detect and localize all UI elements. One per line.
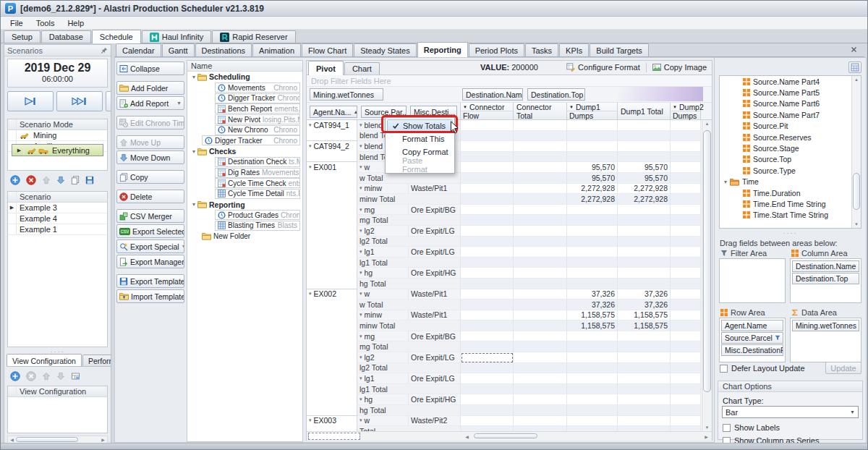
pivot-agent-cell[interactable] (307, 152, 357, 163)
pivot-cell-dump1-total[interactable]: 37,326 (618, 289, 671, 300)
pivot-cell-connector-total[interactable] (514, 320, 567, 331)
menu-item-tools[interactable]: Tools (30, 19, 61, 27)
pivot-vscrollbar[interactable]: ▲ ▼ (702, 120, 712, 431)
area-field-pill-misc-destinationrule[interactable]: Misc.DestinationRule (721, 344, 783, 356)
bottom-tab-performance-p[interactable]: Performance P (82, 355, 111, 366)
pivot-cell-dump2[interactable] (671, 131, 701, 142)
filter-drop-zone[interactable]: Drop Filter Fields Here (307, 75, 712, 87)
pivot-cell-dump1-total[interactable]: 37,326 (618, 300, 671, 310)
pivot-cell-dump2[interactable] (671, 341, 701, 352)
pivot-agent-cell[interactable] (307, 300, 357, 310)
pivot-agent-cell[interactable] (307, 268, 357, 279)
pivot-cell-flow[interactable] (461, 384, 514, 395)
playback-button-skip-two[interactable] (56, 91, 103, 111)
add-report-button[interactable]: Add Report▼ (116, 96, 184, 110)
pivot-misc-cell[interactable]: Ore Expit/LG (409, 247, 461, 258)
pivot-cell-flow[interactable] (461, 205, 514, 216)
copy-button[interactable]: Copy (116, 170, 184, 184)
pivot-agent-cell[interactable] (307, 258, 357, 268)
pivot-cell-dump2[interactable] (671, 289, 701, 300)
pivot-cell-flow[interactable] (461, 120, 514, 131)
tree-item-product-grades[interactable]: Product GradesChrono (187, 210, 302, 221)
pivot-cell-dump1[interactable] (567, 226, 618, 237)
sub-tab-kpis[interactable]: KPIs (559, 43, 589, 56)
pivot-agent-cell[interactable] (307, 247, 357, 258)
scroll-thumb[interactable] (474, 433, 537, 438)
pivot-cell-flow[interactable] (461, 426, 514, 431)
export-manager-button[interactable]: Export Manager▼ (116, 255, 184, 268)
pivot-cell-flow[interactable] (461, 300, 514, 310)
pivot-source-cell[interactable]: ▾lg1 (357, 373, 409, 384)
pivot-cell-dump2[interactable] (671, 405, 701, 416)
area-field-pill-destination-top[interactable]: Destination.Top (792, 273, 859, 284)
pivot-cell-dump1-total[interactable] (618, 120, 671, 131)
import-template-button[interactable]: Import Template (116, 289, 184, 303)
sub-tab-period-plots[interactable]: Period Plots (469, 43, 524, 56)
pivot-cell-dump1-total[interactable] (618, 363, 671, 374)
pivot-agent-cell[interactable] (307, 341, 357, 352)
pivot-cell-dump1-total[interactable]: 95,570 (618, 162, 671, 173)
field-list-item-source-pit[interactable]: Source.Pit (720, 121, 861, 132)
pivot-agent-cell[interactable]: ▾EX003 (307, 416, 357, 427)
pivot-cell-dump1[interactable] (567, 373, 618, 384)
pivot-cell-dump1-total[interactable] (618, 331, 671, 342)
pivot-cell-dump2[interactable] (671, 226, 701, 237)
pivot-agent-cell[interactable] (307, 279, 357, 289)
pivot-cell-dump1[interactable] (567, 341, 618, 352)
pivot-cell-dump1-total[interactable] (618, 405, 671, 416)
pivot-cell-dump1[interactable] (567, 416, 618, 427)
tree-leaf-box[interactable]: MovementsChrono (215, 82, 300, 93)
scroll-down-icon[interactable]: ▼ (702, 425, 712, 430)
pivot-agent-cell[interactable] (307, 426, 357, 431)
toolbar-move-down-gray-icon[interactable] (56, 372, 65, 381)
pivot-cell-dump2[interactable] (671, 141, 701, 152)
pivot-cell-dump1-total[interactable] (618, 279, 671, 289)
pivot-source-cell[interactable]: ▾minw (357, 184, 409, 195)
row-field-pill-agent-na[interactable]: Agent.Na...▲ (310, 106, 357, 118)
pivot-cell-dump1-total[interactable] (618, 247, 671, 258)
chevron-down-icon[interactable]: ▼ (673, 105, 677, 109)
scenario-row[interactable]: Example 4 (8, 213, 107, 224)
pivot-cell-dump1-total[interactable] (618, 258, 671, 268)
tree-leaf-box[interactable]: Digger TrackerChrono (202, 135, 300, 145)
pivot-cell-flow[interactable] (461, 279, 514, 289)
toolbar-circle-delete-icon[interactable] (26, 175, 36, 185)
pivot-hscrollbar[interactable]: ◀ ▶ (307, 431, 712, 441)
data-field-pill[interactable]: Mining.wetTonnes (310, 88, 383, 101)
field-chooser-button[interactable] (848, 61, 861, 73)
collapse-arrow-icon[interactable]: ▾ (309, 122, 312, 128)
pivot-cell-flow[interactable] (461, 394, 514, 405)
area-field-pill-mining-wettonnes[interactable]: Mining.wetTonnes (792, 320, 859, 331)
pivot-cell-dump2[interactable] (671, 258, 701, 268)
pivot-agent-cell[interactable] (307, 205, 357, 216)
pivot-cell-dump2[interactable] (671, 300, 701, 310)
pivot-cell-flow[interactable] (461, 268, 514, 279)
add-folder-button[interactable]: Add Folder (116, 81, 184, 95)
field-list-item-source-name-part5[interactable]: Source.Name Part5 (720, 87, 861, 98)
pivot-cell-dump1[interactable]: 1,158,575 (567, 310, 618, 321)
pivot-cell-dump1-total[interactable] (618, 215, 671, 226)
scroll-thumb[interactable] (853, 173, 860, 209)
export-special-button[interactable]: Export Special▼ (116, 239, 184, 253)
pivot-cell-dump1-total[interactable]: 1,158,575 (618, 310, 671, 321)
pivot-cell-dump1[interactable] (567, 215, 618, 226)
pivot-cell-dump2[interactable] (671, 162, 701, 173)
column-sub-header[interactable]: Dumps (671, 111, 700, 119)
toolbar-move-down-icon[interactable] (56, 176, 65, 184)
row-field-pill-source-par[interactable]: Source.Par...▼ (361, 106, 407, 118)
pivot-cell-dump1-total[interactable] (618, 141, 671, 152)
pivot-cell-connector-total[interactable] (514, 194, 567, 205)
pivot-misc-cell[interactable]: Waste/Pit1 (409, 310, 461, 321)
sub-tab-flow-chart[interactable]: Flow Chart (302, 43, 353, 56)
pivot-source-cell[interactable]: ▾minw (357, 310, 409, 321)
pivot-cell-connector-total[interactable] (514, 173, 567, 184)
field-list-item-time[interactable]: ▾Time (720, 177, 861, 187)
scroll-thumb[interactable] (16, 437, 78, 442)
pivot-cell-connector-total[interactable] (514, 152, 567, 163)
pivot-cell-dump1-total[interactable] (618, 205, 671, 216)
tree-item-destination-check[interactable]: Destination Checkts.Mining (187, 157, 302, 168)
column-field-pill-destination-top[interactable]: Destination.Top▲ (527, 88, 585, 101)
pivot-cell-dump1[interactable] (567, 237, 618, 247)
pivot-cell-flow[interactable] (461, 310, 514, 321)
pivot-cell-dump2[interactable] (671, 426, 701, 431)
